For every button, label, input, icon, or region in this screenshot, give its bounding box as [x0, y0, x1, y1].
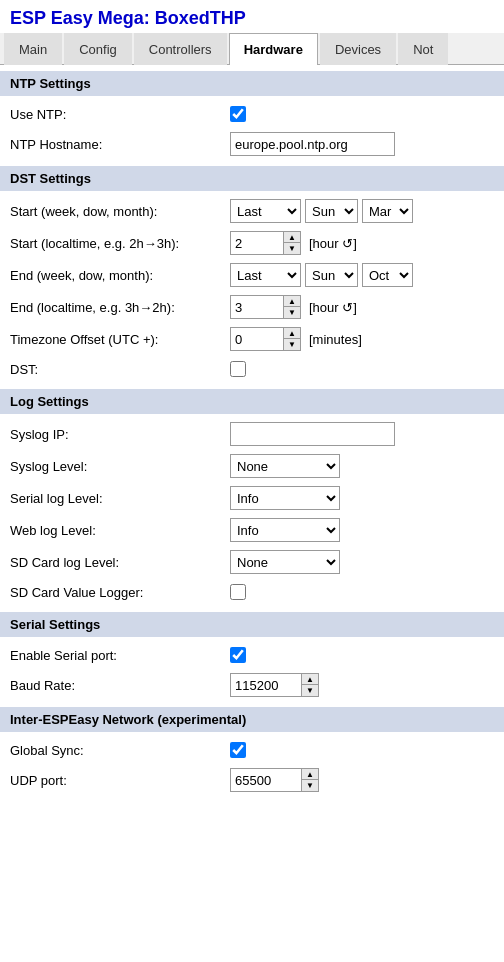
dst-end-spinner-btns: ▲ ▼ — [284, 295, 301, 319]
dst-end-down-btn[interactable]: ▼ — [284, 307, 300, 318]
main-content: NTP Settings Use NTP: NTP Hostname: DST … — [0, 65, 504, 802]
dst-start-unit: [hour ↺] — [309, 236, 357, 251]
dst-checkbox-control — [230, 361, 246, 377]
sdcard-value-row: SD Card Value Logger: — [0, 578, 504, 606]
dst-checkbox-row: DST: — [0, 355, 504, 383]
sdcard-log-control: NoneErrorInfoDebugDebug+ — [230, 550, 340, 574]
dst-end-spinner: ▲ ▼ — [230, 295, 301, 319]
dst-end-up-btn[interactable]: ▲ — [284, 296, 300, 307]
use-ntp-label: Use NTP: — [10, 107, 230, 122]
baud-rate-control: ▲ ▼ — [230, 673, 319, 697]
serial-log-control: NoneErrorInfoDebugDebug+ — [230, 486, 340, 510]
udp-port-down-btn[interactable]: ▼ — [302, 780, 318, 791]
dst-section-header: DST Settings — [0, 166, 504, 191]
dst-start-up-btn[interactable]: ▲ — [284, 232, 300, 243]
syslog-level-select[interactable]: NoneErrorInfoDebugDebug+ — [230, 454, 340, 478]
dst-end-week-control: FirstSecondThirdFourthLast SunMonTueWedT… — [230, 263, 413, 287]
dst-start-spinner: ▲ ▼ — [230, 231, 301, 255]
timezone-input[interactable] — [230, 327, 284, 351]
udp-port-label: UDP port: — [10, 773, 230, 788]
ntp-hostname-row: NTP Hostname: — [0, 128, 504, 160]
tab-devices[interactable]: Devices — [320, 33, 396, 65]
global-sync-row: Global Sync: — [0, 736, 504, 764]
timezone-unit: [minutes] — [309, 332, 362, 347]
dst-start-dow-select[interactable]: SunMonTueWedThuFriSat — [305, 199, 358, 223]
syslog-ip-row: Syslog IP: — [0, 418, 504, 450]
serial-log-row: Serial log Level: NoneErrorInfoDebugDebu… — [0, 482, 504, 514]
timezone-control: ▲ ▼ [minutes] — [230, 327, 362, 351]
timezone-up-btn[interactable]: ▲ — [284, 328, 300, 339]
sdcard-value-checkbox[interactable] — [230, 584, 246, 600]
dst-start-down-btn[interactable]: ▼ — [284, 243, 300, 254]
baud-input[interactable] — [230, 673, 302, 697]
syslog-ip-control — [230, 422, 395, 446]
web-log-row: Web log Level: NoneErrorInfoDebugDebug+ — [0, 514, 504, 546]
web-log-label: Web log Level: — [10, 523, 230, 538]
dst-end-localtime-input[interactable] — [230, 295, 284, 319]
udp-port-input[interactable] — [230, 768, 302, 792]
tab-hardware[interactable]: Hardware — [229, 33, 318, 65]
dst-start-localtime-input[interactable] — [230, 231, 284, 255]
ntp-section-header: NTP Settings — [0, 71, 504, 96]
serial-log-select[interactable]: NoneErrorInfoDebugDebug+ — [230, 486, 340, 510]
global-sync-control — [230, 742, 246, 758]
dst-end-localtime-label: End (localtime, e.g. 3h→2h): — [10, 300, 230, 315]
dst-end-localtime-row: End (localtime, e.g. 3h→2h): ▲ ▼ [hour ↺… — [0, 291, 504, 323]
timezone-spinner: ▲ ▼ — [230, 327, 301, 351]
sdcard-log-select[interactable]: NoneErrorInfoDebugDebug+ — [230, 550, 340, 574]
dst-end-week-row: End (week, dow, month): FirstSecondThird… — [0, 259, 504, 291]
dst-start-week-select[interactable]: FirstSecondThirdFourthLast — [230, 199, 301, 223]
dst-checkbox[interactable] — [230, 361, 246, 377]
serial-section-header: Serial Settings — [0, 612, 504, 637]
global-sync-checkbox[interactable] — [230, 742, 246, 758]
enable-serial-label: Enable Serial port: — [10, 648, 230, 663]
sdcard-value-control — [230, 584, 246, 600]
web-log-select[interactable]: NoneErrorInfoDebugDebug+ — [230, 518, 340, 542]
baud-spinner-btns: ▲ ▼ — [302, 673, 319, 697]
syslog-ip-input[interactable] — [230, 422, 395, 446]
udp-port-spinner-btns: ▲ ▼ — [302, 768, 319, 792]
tab-controllers[interactable]: Controllers — [134, 33, 227, 65]
tab-bar: Main Config Controllers Hardware Devices… — [0, 33, 504, 65]
dst-end-month-select[interactable]: JanFebMarAprMayJunJulAugSepOctNovDec — [362, 263, 413, 287]
syslog-level-label: Syslog Level: — [10, 459, 230, 474]
ntp-hostname-control — [230, 132, 395, 156]
udp-port-spinner: ▲ ▼ — [230, 768, 319, 792]
dst-start-localtime-label: Start (localtime, e.g. 2h→3h): — [10, 236, 230, 251]
use-ntp-row: Use NTP: — [0, 100, 504, 128]
tab-config[interactable]: Config — [64, 33, 132, 65]
baud-rate-row: Baud Rate: ▲ ▼ — [0, 669, 504, 701]
timezone-row: Timezone Offset (UTC +): ▲ ▼ [minutes] — [0, 323, 504, 355]
tab-not[interactable]: Not — [398, 33, 448, 65]
tab-main[interactable]: Main — [4, 33, 62, 65]
dst-start-localtime-control: ▲ ▼ [hour ↺] — [230, 231, 357, 255]
enable-serial-row: Enable Serial port: — [0, 641, 504, 669]
web-log-control: NoneErrorInfoDebugDebug+ — [230, 518, 340, 542]
sdcard-log-label: SD Card log Level: — [10, 555, 230, 570]
baud-up-btn[interactable]: ▲ — [302, 674, 318, 685]
dst-start-localtime-row: Start (localtime, e.g. 2h→3h): ▲ ▼ [hour… — [0, 227, 504, 259]
dst-start-week-control: FirstSecondThirdFourthLast SunMonTueWedT… — [230, 199, 413, 223]
dst-start-week-row: Start (week, dow, month): FirstSecondThi… — [0, 195, 504, 227]
dst-end-dow-select[interactable]: SunMonTueWedThuFriSat — [305, 263, 358, 287]
udp-port-up-btn[interactable]: ▲ — [302, 769, 318, 780]
sdcard-value-label: SD Card Value Logger: — [10, 585, 230, 600]
ntp-hostname-input[interactable] — [230, 132, 395, 156]
baud-down-btn[interactable]: ▼ — [302, 685, 318, 696]
sdcard-log-row: SD Card log Level: NoneErrorInfoDebugDeb… — [0, 546, 504, 578]
timezone-down-btn[interactable]: ▼ — [284, 339, 300, 350]
baud-rate-label: Baud Rate: — [10, 678, 230, 693]
use-ntp-control — [230, 106, 246, 122]
use-ntp-checkbox[interactable] — [230, 106, 246, 122]
enable-serial-checkbox[interactable] — [230, 647, 246, 663]
enable-serial-control — [230, 647, 246, 663]
syslog-level-control: NoneErrorInfoDebugDebug+ — [230, 454, 340, 478]
udp-port-control: ▲ ▼ — [230, 768, 319, 792]
dst-start-month-select[interactable]: JanFebMarAprMayJunJulAugSepOctNovDec — [362, 199, 413, 223]
timezone-spinner-btns: ▲ ▼ — [284, 327, 301, 351]
dst-end-week-label: End (week, dow, month): — [10, 268, 230, 283]
serial-log-label: Serial log Level: — [10, 491, 230, 506]
dst-start-week-label: Start (week, dow, month): — [10, 204, 230, 219]
udp-port-row: UDP port: ▲ ▼ — [0, 764, 504, 796]
dst-end-week-select[interactable]: FirstSecondThirdFourthLast — [230, 263, 301, 287]
